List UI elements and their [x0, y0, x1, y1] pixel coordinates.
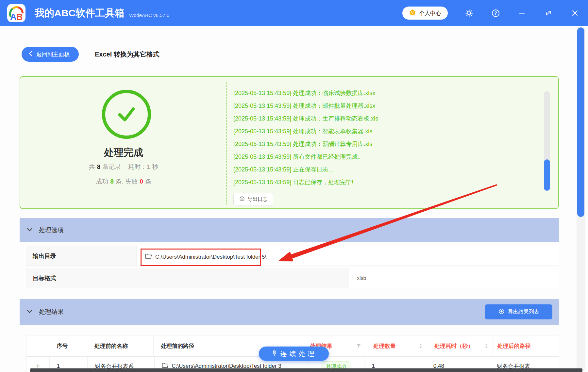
output-directory-value: C:\Users\Administrator\Desktop\Test fold… — [155, 254, 266, 260]
results-section-header[interactable]: 处理结果 导出结果列表 — [20, 299, 559, 325]
sort-icon[interactable] — [419, 344, 422, 348]
total-count: 8 — [97, 163, 101, 170]
svg-text:V: V — [411, 10, 414, 14]
chevron-left-icon — [29, 51, 32, 58]
export-result-list-label: 导出结果列表 — [508, 309, 539, 315]
vip-badge-icon: V — [409, 9, 416, 18]
header-name-before: 处理前的名称 — [87, 335, 153, 356]
title-bar: A B 我的ABC软件工具箱 WodeABC v6.57.0 V 个人中心 — [0, 0, 588, 26]
summary-line-1: 共8条记录耗时：1 秒 — [20, 163, 227, 171]
output-dir-label: 输出目录 — [26, 246, 137, 266]
log-line: [2025-05-13 15:43:59] 处理成功：临床试验数据库.xlsx — [233, 87, 544, 100]
chevron-down-icon — [27, 309, 32, 315]
chevron-down-icon — [27, 227, 32, 233]
log-scrollbar-thumb[interactable] — [544, 159, 550, 191]
window-scrollbar-thumb[interactable] — [577, 27, 584, 217]
export-log-button[interactable]: 导出日志 — [233, 193, 273, 205]
log-line: [2025-05-13 15:43:59] 日志已保存，处理完毕! — [233, 176, 544, 189]
horizontal-scrollbar-thumb[interactable] — [30, 368, 582, 372]
help-icon[interactable]: ? — [490, 8, 501, 18]
page-title: Excel 转换为其它格式 — [95, 47, 160, 62]
success-circle — [102, 90, 151, 139]
result-summary-left: 处理完成 共8条记录耗时：1 秒 成功8条, 失败0条 — [20, 77, 227, 208]
result-summary-panel: 处理完成 共8条记录耗时：1 秒 成功8条, 失败0条 [2025-05-13 … — [20, 76, 559, 209]
continue-processing-label: 连续处理 — [280, 349, 317, 358]
sort-icon[interactable] — [485, 344, 488, 348]
options-section-header[interactable]: 处理选项 — [20, 218, 559, 242]
option-row-target-format: 目标格式 xlsb — [26, 268, 559, 288]
download-icon — [498, 308, 505, 316]
continue-processing-button[interactable]: 连续处理 — [259, 347, 329, 361]
log-list: [2025-05-13 15:43:59] 处理成功：临床试验数据库.xlsx … — [233, 87, 544, 189]
header-count[interactable]: 处理数量 — [366, 335, 427, 356]
header-duration[interactable]: 处理耗时（秒） — [427, 335, 492, 356]
app-logo: A B — [7, 4, 25, 22]
log-line: [2025-05-13 15:43:59] 处理成功：邮件批量处理器.xlsx — [233, 100, 544, 112]
summary-line-2: 成功8条, 失败0条 — [20, 177, 227, 186]
minimize-icon[interactable] — [517, 8, 527, 18]
svg-text:?: ? — [494, 10, 497, 16]
maximize-resize-icon[interactable] — [543, 8, 554, 18]
close-icon[interactable] — [570, 8, 580, 18]
option-row-output-dir: 输出目录 C:\Users\Administrator\Desktop\Test… — [26, 246, 559, 266]
log-line: [2025-05-13 15:43:59] 所有文件都已经处理完成。 — [233, 151, 544, 163]
check-icon — [114, 102, 139, 127]
elapsed-time: 耗时：1 秒 — [128, 163, 158, 170]
user-center-label: 个人中心 — [419, 9, 441, 17]
results-section-title: 处理结果 — [39, 308, 64, 316]
panel-divider — [226, 82, 227, 204]
window-scrollbar-track — [577, 27, 585, 372]
log-line: [2025-05-13 15:43:59] 正在保存日志... — [233, 163, 544, 176]
export-log-label: 导出日志 — [248, 196, 267, 202]
settings-gear-icon[interactable] — [464, 8, 474, 18]
log-scrollbar-track — [544, 91, 550, 191]
user-center-button[interactable]: V 个人中心 — [402, 7, 448, 20]
svg-text:B: B — [16, 12, 23, 22]
header-path-after: 处理后的路径 — [493, 335, 559, 356]
log-line: [2025-05-13 15:43:59] 处理成功：薪酬计算专用库.xls — [233, 138, 544, 151]
header-expander — [26, 335, 49, 356]
folder-icon — [145, 253, 152, 261]
header-index: 序号 — [49, 335, 87, 356]
app-title: 我的ABC软件工具箱 — [35, 7, 125, 20]
success-count: 8 — [110, 178, 114, 185]
filter-icon[interactable] — [357, 344, 361, 348]
target-format-label: 目标格式 — [26, 268, 349, 288]
back-button-label: 返回到主面板 — [36, 51, 70, 58]
back-to-main-button[interactable]: 返回到主面板 — [22, 47, 79, 62]
status-title: 处理完成 — [20, 146, 227, 159]
app-version: WodeABC v6.57.0 — [129, 8, 169, 18]
options-section-title: 处理选项 — [39, 226, 64, 235]
rocket-icon — [271, 349, 278, 358]
export-result-list-button[interactable]: 导出结果列表 — [485, 304, 552, 319]
log-line: [2025-05-13 15:43:59] 处理成功：智能表单收集器.xls — [233, 125, 544, 138]
target-format-value[interactable]: xlsb — [357, 268, 366, 288]
output-directory-field[interactable]: C:\Users\Administrator\Desktop\Test fold… — [141, 249, 261, 266]
app-window: A B 我的ABC软件工具箱 WodeABC v6.57.0 V 个人中心 — [0, 0, 588, 372]
fail-count: 0 — [140, 178, 143, 185]
titlebar-actions: V 个人中心 ? — [402, 7, 588, 20]
log-line: [2025-05-13 15:43:59] 处理成功：生产排程动态看板.xls — [233, 112, 544, 125]
svg-text:A: A — [10, 12, 17, 22]
download-icon — [239, 196, 245, 202]
